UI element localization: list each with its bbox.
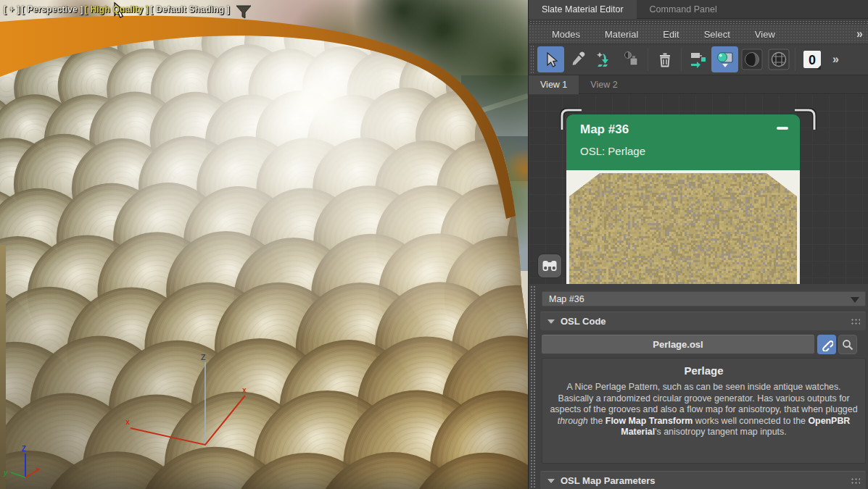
osl-file-row: Perlage.osl — [542, 335, 866, 354]
background-sphere-icon — [741, 49, 763, 70]
dock-drag-handle-horizontal[interactable] — [529, 20, 868, 25]
osl-browse-button[interactable] — [838, 335, 857, 354]
rollout-osl-map-parameters[interactable]: OSL Map Parameters — [540, 471, 866, 489]
shader-description-text: A Nice Perlage Pattern, such as can be s… — [550, 382, 858, 438]
assign-material-to-selection-button[interactable] — [591, 46, 618, 72]
editor-tab-bar: Slate Material Editor Command Panel — [529, 0, 868, 19]
material-node-map36[interactable]: Map #36 OSL: Perlage — [566, 114, 800, 284]
magnifier-icon — [842, 339, 853, 351]
menu-select[interactable]: Select — [704, 29, 730, 40]
node-graph-view[interactable]: Map #36 OSL: Perlage — [529, 94, 868, 284]
toolbar: 0 » — [529, 43, 868, 75]
pick-material-from-object-button[interactable] — [564, 46, 591, 72]
viewport-render[interactable] — [0, 0, 528, 489]
toolbar-overflow-chevron[interactable]: » — [832, 53, 839, 66]
material-id-channel-button[interactable]: 0 — [798, 46, 825, 72]
select-arrow-icon — [543, 51, 559, 67]
trash-icon — [657, 51, 673, 67]
assign-material-icon — [596, 51, 613, 68]
rollout-expanded-icon — [547, 319, 555, 324]
tab-view1[interactable]: View 1 — [529, 75, 579, 94]
rollout-osl-code[interactable]: OSL Code — [540, 312, 866, 330]
show-shaded-material-in-viewport-button[interactable] — [711, 46, 738, 72]
svg-text:0: 0 — [808, 53, 815, 67]
shader-description-box: Perlage A Nice Perlage Pattern, such as … — [542, 358, 866, 464]
chain-link-icon — [820, 338, 833, 351]
viewport-menu-pov[interactable]: [ Perspective ] — [22, 4, 83, 14]
select-tool-button[interactable] — [537, 46, 564, 72]
shader-title: Perlage — [542, 364, 865, 377]
viewport-label: [ + ][ Perspective ][ High Quality ][ De… — [4, 4, 231, 14]
chevron-down-icon — [851, 297, 859, 303]
toolbar-separator — [681, 48, 682, 71]
menu-modes[interactable]: Modes — [552, 29, 580, 40]
node-header[interactable]: Map #36 OSL: Perlage — [566, 114, 800, 170]
material-id-icon: 0 — [802, 49, 822, 70]
delete-selected-button[interactable] — [651, 46, 678, 72]
put-material-to-scene-button[interactable] — [618, 46, 645, 72]
menu-overflow-chevron[interactable]: » — [856, 28, 863, 41]
menu-edit[interactable]: Edit — [663, 29, 679, 40]
menu-material[interactable]: Material — [605, 29, 638, 40]
rollout-grip-dots — [851, 477, 860, 484]
viewport-menu-plus[interactable]: [ + ] — [4, 4, 20, 14]
panel-drag-handle[interactable] — [530, 285, 536, 489]
node-preview-image[interactable] — [569, 173, 797, 284]
node-subtitle: OSL: Perlage — [580, 145, 645, 157]
binoculars-icon — [542, 259, 558, 273]
rollout-expanded-icon — [547, 479, 555, 483]
layout-children-icon — [690, 51, 707, 68]
node-title: Map #36 — [580, 122, 629, 137]
view-tab-bar: View 1 View 2 — [529, 75, 868, 94]
toolbar-drag-handle[interactable] — [530, 45, 535, 74]
selection-bracket-top-left — [559, 107, 584, 132]
selection-bracket-top-right — [793, 107, 817, 132]
show-background-button[interactable] — [738, 46, 765, 72]
application-window: Z x x Z y [ + ][ Perspective ][ High Qua… — [0, 0, 868, 489]
tab-view2[interactable]: View 2 — [579, 75, 629, 94]
tab-slate-material-editor[interactable]: Slate Material Editor — [529, 0, 637, 19]
menu-view[interactable]: View — [755, 29, 775, 40]
node-collapse-button[interactable] — [777, 127, 788, 130]
parameter-panel: Map #36 OSL Code Perlage.osl — [529, 284, 868, 489]
node-body — [566, 170, 800, 284]
navigator-button[interactable] — [537, 254, 562, 278]
toolbar-separator — [795, 48, 795, 71]
material-selector-dropdown[interactable]: Map #36 — [542, 291, 866, 306]
background-checker-icon — [768, 49, 790, 70]
selector-value: Map #36 — [549, 294, 584, 304]
move-children-button[interactable] — [685, 46, 711, 72]
slate-material-editor-panel: Slate Material Editor Command Panel Mode… — [528, 0, 868, 489]
toolbar-separator — [648, 48, 648, 71]
viewport-menu-quality[interactable]: [ High Quality ] — [85, 4, 149, 14]
rollout-grip-dots — [851, 318, 860, 325]
rollout-title: OSL Map Parameters — [561, 475, 656, 486]
shaded-material-icon — [716, 50, 735, 69]
osl-file-button[interactable]: Perlage.osl — [542, 335, 814, 354]
show-background-toggle-button[interactable] — [765, 46, 792, 72]
put-material-icon — [623, 51, 640, 68]
tab-command-panel[interactable]: Command Panel — [637, 0, 730, 19]
eyedropper-icon — [570, 51, 586, 67]
menu-bar: Modes Material Edit Select View » — [529, 25, 868, 43]
per-view-filter-icon[interactable] — [235, 4, 252, 21]
osl-link-button[interactable] — [817, 335, 836, 354]
rollout-title: OSL Code — [561, 316, 606, 327]
viewport-menu-shading[interactable]: [ Default Shading ] — [150, 4, 230, 14]
viewport-3d[interactable]: Z x x Z y [ + ][ Perspective ][ High Qua… — [0, 0, 528, 489]
